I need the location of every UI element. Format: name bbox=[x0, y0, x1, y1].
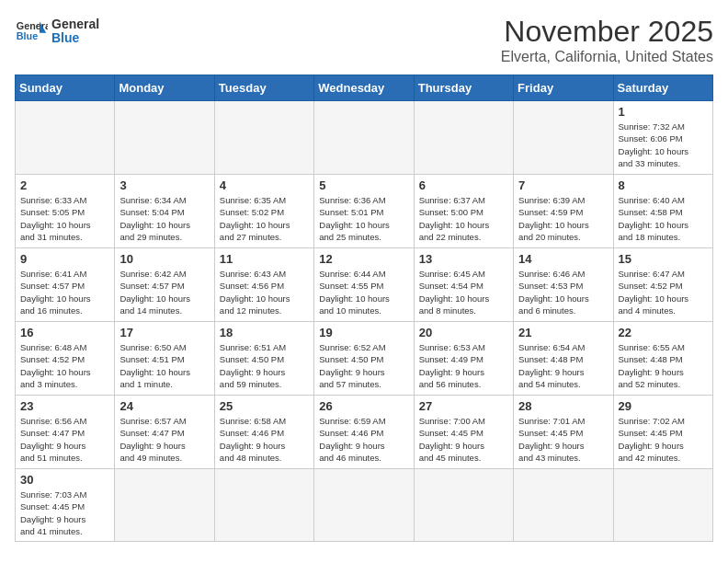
calendar-cell: 25Sunrise: 6:58 AM Sunset: 4:46 PM Dayli… bbox=[214, 396, 313, 469]
day-number: 26 bbox=[319, 399, 408, 413]
day-info: Sunrise: 6:52 AM Sunset: 4:50 PM Dayligh… bbox=[319, 341, 408, 390]
svg-text:Blue: Blue bbox=[17, 30, 38, 41]
day-number: 29 bbox=[619, 399, 708, 413]
calendar-cell: 4Sunrise: 6:35 AM Sunset: 5:02 PM Daylig… bbox=[214, 175, 313, 248]
calendar-cell: 26Sunrise: 6:59 AM Sunset: 4:46 PM Dayli… bbox=[314, 396, 414, 469]
calendar-cell: 24Sunrise: 6:57 AM Sunset: 4:47 PM Dayli… bbox=[115, 396, 214, 469]
calendar-cell: 14Sunrise: 6:46 AM Sunset: 4:53 PM Dayli… bbox=[514, 248, 613, 322]
calendar-cell: 9Sunrise: 6:41 AM Sunset: 4:57 PM Daylig… bbox=[16, 248, 115, 322]
calendar-cell: 18Sunrise: 6:51 AM Sunset: 4:50 PM Dayli… bbox=[214, 322, 313, 396]
calendar-cell bbox=[514, 469, 613, 542]
calendar-cell bbox=[514, 101, 613, 175]
calendar-cell bbox=[214, 101, 313, 175]
day-info: Sunrise: 6:40 AM Sunset: 4:58 PM Dayligh… bbox=[619, 194, 708, 243]
calendar-cell: 28Sunrise: 7:01 AM Sunset: 4:45 PM Dayli… bbox=[514, 396, 613, 469]
day-info: Sunrise: 6:51 AM Sunset: 4:50 PM Dayligh… bbox=[220, 341, 309, 390]
day-info: Sunrise: 6:37 AM Sunset: 5:00 PM Dayligh… bbox=[419, 194, 508, 243]
day-info: Sunrise: 6:44 AM Sunset: 4:55 PM Dayligh… bbox=[319, 268, 408, 316]
day-info: Sunrise: 6:42 AM Sunset: 4:57 PM Dayligh… bbox=[119, 268, 209, 316]
calendar-cell: 3Sunrise: 6:34 AM Sunset: 5:04 PM Daylig… bbox=[115, 175, 214, 248]
calendar-cell bbox=[314, 469, 414, 542]
day-info: Sunrise: 7:02 AM Sunset: 4:45 PM Dayligh… bbox=[619, 415, 708, 464]
day-number: 3 bbox=[119, 178, 209, 192]
calendar-cell bbox=[115, 101, 214, 175]
day-info: Sunrise: 6:47 AM Sunset: 4:52 PM Dayligh… bbox=[619, 268, 708, 316]
weekday-header-friday: Friday bbox=[514, 75, 613, 101]
calendar-cell bbox=[314, 101, 414, 175]
calendar-cell: 23Sunrise: 6:56 AM Sunset: 4:47 PM Dayli… bbox=[16, 396, 115, 469]
logo: General Blue General Blue bbox=[15, 15, 99, 48]
calendar-cell: 1Sunrise: 7:32 AM Sunset: 6:06 PM Daylig… bbox=[613, 101, 712, 175]
day-number: 5 bbox=[319, 178, 408, 192]
calendar-cell: 22Sunrise: 6:55 AM Sunset: 4:48 PM Dayli… bbox=[613, 322, 712, 396]
day-number: 14 bbox=[518, 252, 608, 266]
day-info: Sunrise: 6:36 AM Sunset: 5:01 PM Dayligh… bbox=[319, 194, 408, 243]
day-number: 16 bbox=[20, 326, 109, 339]
calendar-cell: 19Sunrise: 6:52 AM Sunset: 4:50 PM Dayli… bbox=[314, 322, 414, 396]
calendar-cell bbox=[115, 469, 214, 542]
day-number: 8 bbox=[619, 178, 708, 192]
calendar-cell bbox=[613, 469, 712, 542]
day-number: 21 bbox=[518, 326, 608, 339]
calendar-cell: 13Sunrise: 6:45 AM Sunset: 4:54 PM Dayli… bbox=[414, 248, 513, 322]
calendar-cell: 30Sunrise: 7:03 AM Sunset: 4:45 PM Dayli… bbox=[16, 469, 115, 542]
calendar-cell bbox=[414, 469, 513, 542]
day-info: Sunrise: 6:54 AM Sunset: 4:48 PM Dayligh… bbox=[518, 341, 608, 390]
weekday-header-monday: Monday bbox=[115, 75, 214, 101]
month-title: November 2025 bbox=[501, 15, 713, 49]
calendar-cell: 20Sunrise: 6:53 AM Sunset: 4:49 PM Dayli… bbox=[414, 322, 513, 396]
day-number: 4 bbox=[220, 178, 309, 192]
weekday-header-saturday: Saturday bbox=[613, 75, 712, 101]
day-number: 27 bbox=[419, 399, 508, 413]
day-info: Sunrise: 6:55 AM Sunset: 4:48 PM Dayligh… bbox=[619, 341, 708, 390]
day-number: 30 bbox=[20, 473, 109, 487]
calendar-cell bbox=[414, 101, 513, 175]
day-number: 19 bbox=[319, 326, 408, 339]
day-info: Sunrise: 6:39 AM Sunset: 4:59 PM Dayligh… bbox=[518, 194, 608, 243]
calendar-cell: 16Sunrise: 6:48 AM Sunset: 4:52 PM Dayli… bbox=[16, 322, 115, 396]
day-info: Sunrise: 7:01 AM Sunset: 4:45 PM Dayligh… bbox=[518, 415, 608, 464]
day-info: Sunrise: 6:33 AM Sunset: 5:05 PM Dayligh… bbox=[20, 194, 109, 243]
calendar-cell bbox=[214, 469, 313, 542]
day-info: Sunrise: 6:35 AM Sunset: 5:02 PM Dayligh… bbox=[220, 194, 309, 243]
calendar-cell: 2Sunrise: 6:33 AM Sunset: 5:05 PM Daylig… bbox=[16, 175, 115, 248]
calendar-cell: 21Sunrise: 6:54 AM Sunset: 4:48 PM Dayli… bbox=[514, 322, 613, 396]
logo-icon: General Blue bbox=[15, 15, 48, 48]
day-info: Sunrise: 7:03 AM Sunset: 4:45 PM Dayligh… bbox=[20, 488, 109, 537]
calendar-cell: 8Sunrise: 6:40 AM Sunset: 4:58 PM Daylig… bbox=[613, 175, 712, 248]
day-number: 12 bbox=[319, 252, 408, 266]
day-number: 18 bbox=[220, 326, 309, 339]
day-number: 23 bbox=[20, 399, 109, 413]
calendar-cell: 12Sunrise: 6:44 AM Sunset: 4:55 PM Dayli… bbox=[314, 248, 414, 322]
day-info: Sunrise: 7:32 AM Sunset: 6:06 PM Dayligh… bbox=[619, 121, 708, 169]
day-info: Sunrise: 6:56 AM Sunset: 4:47 PM Dayligh… bbox=[20, 415, 109, 464]
day-info: Sunrise: 6:45 AM Sunset: 4:54 PM Dayligh… bbox=[419, 268, 508, 316]
day-info: Sunrise: 6:53 AM Sunset: 4:49 PM Dayligh… bbox=[419, 341, 508, 390]
day-number: 7 bbox=[518, 178, 608, 192]
day-number: 2 bbox=[20, 178, 109, 192]
calendar-cell: 29Sunrise: 7:02 AM Sunset: 4:45 PM Dayli… bbox=[613, 396, 712, 469]
calendar-cell: 17Sunrise: 6:50 AM Sunset: 4:51 PM Dayli… bbox=[115, 322, 214, 396]
day-number: 10 bbox=[119, 252, 209, 266]
page-header: General Blue General Blue November 2025 … bbox=[15, 15, 713, 65]
calendar-cell bbox=[16, 101, 115, 175]
day-number: 13 bbox=[419, 252, 508, 266]
weekday-header-tuesday: Tuesday bbox=[214, 75, 313, 101]
title-section: November 2025 Elverta, California, Unite… bbox=[501, 15, 713, 65]
day-info: Sunrise: 6:59 AM Sunset: 4:46 PM Dayligh… bbox=[319, 415, 408, 464]
weekday-header-wednesday: Wednesday bbox=[314, 75, 414, 101]
day-number: 1 bbox=[619, 105, 708, 119]
day-info: Sunrise: 6:50 AM Sunset: 4:51 PM Dayligh… bbox=[119, 341, 209, 390]
day-info: Sunrise: 6:58 AM Sunset: 4:46 PM Dayligh… bbox=[220, 415, 309, 464]
day-number: 9 bbox=[20, 252, 109, 266]
location-title: Elverta, California, United States bbox=[501, 49, 713, 65]
day-info: Sunrise: 6:46 AM Sunset: 4:53 PM Dayligh… bbox=[518, 268, 608, 316]
calendar-cell: 27Sunrise: 7:00 AM Sunset: 4:45 PM Dayli… bbox=[414, 396, 513, 469]
day-number: 6 bbox=[419, 178, 508, 192]
day-number: 24 bbox=[119, 399, 209, 413]
day-info: Sunrise: 6:41 AM Sunset: 4:57 PM Dayligh… bbox=[20, 268, 109, 316]
day-number: 17 bbox=[119, 326, 209, 339]
day-info: Sunrise: 6:34 AM Sunset: 5:04 PM Dayligh… bbox=[119, 194, 209, 243]
logo-text: General Blue bbox=[51, 17, 99, 46]
calendar-cell: 6Sunrise: 6:37 AM Sunset: 5:00 PM Daylig… bbox=[414, 175, 513, 248]
